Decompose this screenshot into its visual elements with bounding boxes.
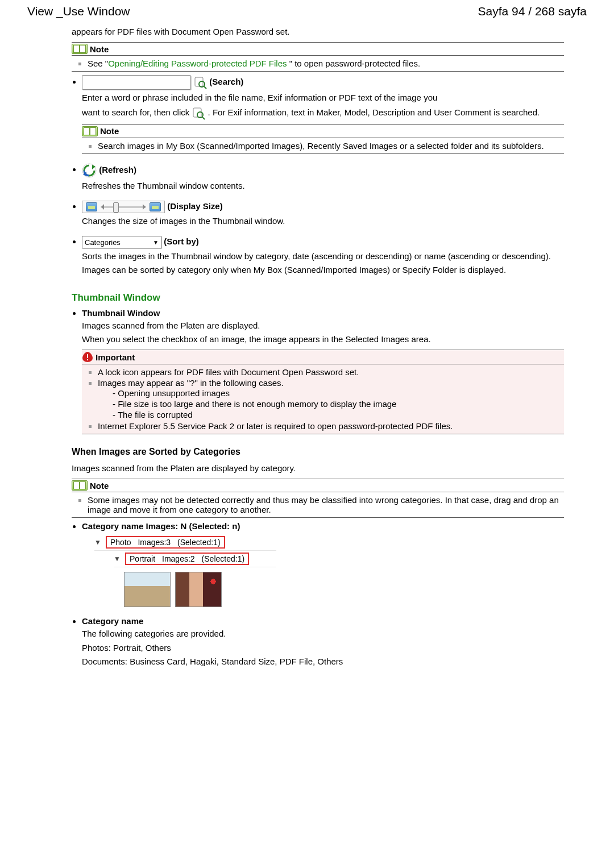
note-title: Note <box>90 481 109 491</box>
catname-p3: Documents: Business Card, Hagaki, Standa… <box>82 656 564 667</box>
imp-i2: Images may appear as "?" in the followin… <box>98 377 564 421</box>
important-icon <box>82 351 93 363</box>
header-left: View _Use Window <box>27 5 130 18</box>
imp-i3: Internet Explorer 5.5 Service Pack 2 or … <box>98 421 564 431</box>
search-icon-inline[interactable] <box>192 106 205 120</box>
search-line1: Enter a word or phrase included in the f… <box>82 92 564 103</box>
intro-text: appears for PDF files with Document Open… <box>72 26 564 38</box>
sortby-label: (Sort by) <box>164 236 199 246</box>
sorted-intro: Images scanned from the Platen are displ… <box>72 463 564 474</box>
thumbnail-image[interactable] <box>175 572 222 607</box>
collapse-icon[interactable]: ▼ <box>94 538 101 546</box>
category-tree: ▼ Photo Images:3 (Selected:1) ▼ Portrait… <box>94 534 276 607</box>
thumb-p1: Images scanned from the Platen are displ… <box>82 320 564 331</box>
thumb-small-icon <box>86 202 97 211</box>
category-row-photo[interactable]: ▼ Photo Images:3 (Selected:1) <box>94 534 276 551</box>
search-item: (Search) Enter a word or phrase included… <box>82 75 564 153</box>
refresh-item: (Refresh) Refreshes the Thumbnail window… <box>82 163 564 192</box>
note2-item: Search images in My Box (Scanned/Importe… <box>98 140 564 151</box>
display-size-slider[interactable] <box>82 201 165 213</box>
header-page-indicator: Sayfa 94 / 268 sayfa <box>478 5 587 18</box>
display-size-label: (Display Size) <box>167 201 223 211</box>
sorted-title: When Images are Sorted by Categories <box>72 447 564 457</box>
note-box-3: Note Some images may not be detected cor… <box>72 479 564 518</box>
thumbnail-image[interactable] <box>124 572 171 607</box>
note-title: Note <box>100 126 119 136</box>
thumbnail-window-bullet: Thumbnail Window Images scanned from the… <box>82 308 564 435</box>
collapse-icon[interactable]: ▼ <box>114 555 121 563</box>
refresh-icon[interactable] <box>82 163 97 178</box>
imp-i1: A lock icon appears for PDF files with D… <box>98 367 564 377</box>
sortby-text1: Sorts the images in the Thumbnail window… <box>82 251 564 262</box>
catname-p1: The following categories are provided. <box>82 628 564 639</box>
note-box-1: Note See "Opening/Editing Password-prote… <box>72 42 564 72</box>
svg-rect-9 <box>87 354 88 358</box>
note-title: Note <box>90 44 109 54</box>
sortby-dropdown[interactable]: Categories ▼ <box>82 236 161 248</box>
important-title: Important <box>96 352 135 362</box>
search-label: (Search) <box>209 77 243 86</box>
sortby-text2: Images can be sorted by category only wh… <box>82 264 564 276</box>
imp-d3: - The file is corrupted <box>113 409 564 420</box>
search-icon[interactable] <box>193 76 207 89</box>
display-size-item: (Display Size) Changes the size of image… <box>82 201 564 227</box>
svg-line-2 <box>204 86 206 89</box>
svg-line-5 <box>202 117 205 119</box>
svg-rect-10 <box>87 359 88 360</box>
refresh-label: (Refresh) <box>99 164 136 174</box>
imp-d1: - Opening unsupported images <box>113 388 564 398</box>
display-size-text: Changes the size of images in the Thumbn… <box>82 215 564 227</box>
refresh-text: Refreshes the Thumbnail window contents. <box>82 180 564 192</box>
category-row-portrait[interactable]: ▼ Portrait Images:2 (Selected:1) <box>114 551 276 567</box>
search-input[interactable] <box>82 75 191 90</box>
thumb-p2: When you select the checkbox of an image… <box>82 334 564 345</box>
note-icon <box>82 126 98 136</box>
catname-p2: Photos: Portrait, Others <box>82 642 564 654</box>
note3-item: Some images may not be detected correctl… <box>88 495 564 515</box>
category-label-bullet: Category name Images: N (Selected: n) ▼ … <box>82 521 564 607</box>
imp-d2: - File size is too large and there is no… <box>113 398 564 409</box>
note-icon <box>72 44 88 54</box>
pdf-link[interactable]: Opening/Editing Password-protected PDF F… <box>108 59 287 68</box>
note1-item: See "Opening/Editing Password-protected … <box>88 58 564 69</box>
chevron-down-icon: ▼ <box>153 239 159 246</box>
thumbnail-window-title: Thumbnail Window <box>72 292 564 304</box>
note-icon <box>72 480 88 491</box>
search-line2: want to search for, then click . For Exi… <box>82 106 564 120</box>
sortby-item: Categories ▼ (Sort by) Sorts the images … <box>82 236 564 276</box>
category-name-bullet: Category name The following categories a… <box>82 616 564 667</box>
important-box: Important A lock icon appears for PDF fi… <box>82 350 564 434</box>
thumb-large-icon <box>150 202 161 211</box>
note-box-2: Note Search images in My Box (Scanned/Im… <box>82 124 564 154</box>
